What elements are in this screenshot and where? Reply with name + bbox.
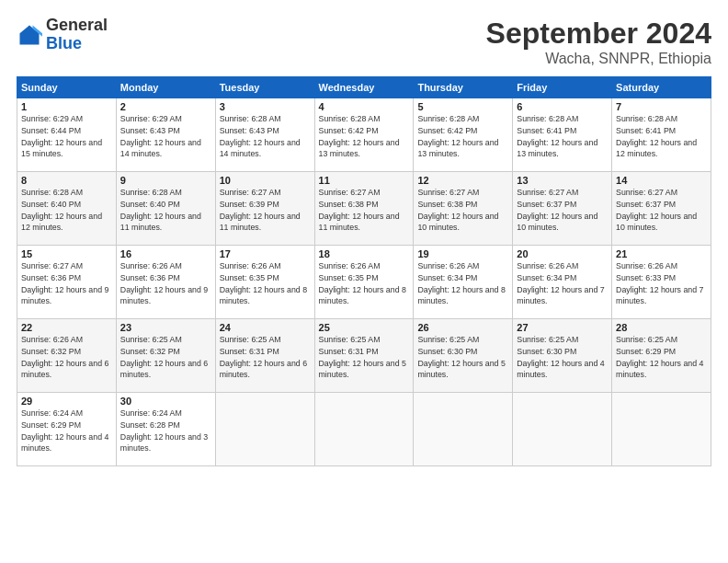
day-number: 16 bbox=[120, 248, 211, 259]
table-row: 15Sunrise: 6:27 AM Sunset: 6:36 PM Dayli… bbox=[17, 246, 117, 319]
header: General Blue September 2024 Wacha, SNNPR… bbox=[17, 17, 711, 67]
calendar-table: Sunday Monday Tuesday Wednesday Thursday… bbox=[17, 76, 711, 466]
table-row: 5Sunrise: 6:28 AM Sunset: 6:42 PM Daylig… bbox=[414, 98, 513, 172]
logo-text-line1: General bbox=[46, 17, 108, 35]
day-number: 10 bbox=[220, 175, 311, 186]
table-row: 22Sunrise: 6:26 AM Sunset: 6:32 PM Dayli… bbox=[17, 319, 117, 393]
day-number: 22 bbox=[21, 322, 112, 333]
col-wednesday: Wednesday bbox=[314, 77, 414, 98]
table-row: 1Sunrise: 6:29 AM Sunset: 6:44 PM Daylig… bbox=[17, 98, 117, 172]
table-row: 14Sunrise: 6:27 AM Sunset: 6:37 PM Dayli… bbox=[612, 172, 711, 246]
day-info: Sunrise: 6:27 AM Sunset: 6:37 PM Dayligh… bbox=[517, 187, 608, 234]
table-row bbox=[314, 393, 414, 466]
day-number: 18 bbox=[319, 248, 410, 259]
day-number: 2 bbox=[120, 101, 211, 112]
day-number: 21 bbox=[616, 248, 707, 259]
week-row-2: 8Sunrise: 6:28 AM Sunset: 6:40 PM Daylig… bbox=[17, 172, 711, 246]
col-friday: Friday bbox=[513, 77, 612, 98]
logo: General Blue bbox=[17, 17, 108, 53]
table-row: 9Sunrise: 6:28 AM Sunset: 6:40 PM Daylig… bbox=[116, 172, 215, 246]
calendar-header-row: Sunday Monday Tuesday Wednesday Thursday… bbox=[17, 77, 711, 98]
day-number: 15 bbox=[21, 248, 112, 259]
page: General Blue September 2024 Wacha, SNNPR… bbox=[0, 0, 728, 563]
day-number: 8 bbox=[21, 175, 112, 186]
day-number: 29 bbox=[21, 396, 112, 407]
col-sunday: Sunday bbox=[17, 77, 117, 98]
day-info: Sunrise: 6:28 AM Sunset: 6:41 PM Dayligh… bbox=[517, 113, 608, 160]
svg-marker-0 bbox=[20, 25, 40, 44]
table-row: 13Sunrise: 6:27 AM Sunset: 6:37 PM Dayli… bbox=[513, 172, 612, 246]
table-row: 18Sunrise: 6:26 AM Sunset: 6:35 PM Dayli… bbox=[314, 246, 414, 319]
day-number: 17 bbox=[220, 248, 311, 259]
day-number: 9 bbox=[120, 175, 211, 186]
day-number: 14 bbox=[616, 175, 707, 186]
day-info: Sunrise: 6:25 AM Sunset: 6:31 PM Dayligh… bbox=[319, 334, 410, 381]
table-row: 3Sunrise: 6:28 AM Sunset: 6:43 PM Daylig… bbox=[215, 98, 314, 172]
day-number: 1 bbox=[21, 101, 112, 112]
day-info: Sunrise: 6:27 AM Sunset: 6:38 PM Dayligh… bbox=[319, 187, 410, 234]
day-number: 28 bbox=[616, 322, 707, 333]
table-row: 4Sunrise: 6:28 AM Sunset: 6:42 PM Daylig… bbox=[314, 98, 414, 172]
day-number: 5 bbox=[417, 101, 508, 112]
day-info: Sunrise: 6:26 AM Sunset: 6:35 PM Dayligh… bbox=[319, 260, 410, 307]
table-row bbox=[215, 393, 314, 466]
location-title: Wacha, SNNPR, Ethiopia bbox=[486, 51, 711, 67]
table-row bbox=[414, 393, 513, 466]
col-tuesday: Tuesday bbox=[215, 77, 314, 98]
table-row bbox=[612, 393, 711, 466]
day-info: Sunrise: 6:28 AM Sunset: 6:42 PM Dayligh… bbox=[417, 113, 508, 160]
table-row: 6Sunrise: 6:28 AM Sunset: 6:41 PM Daylig… bbox=[513, 98, 612, 172]
day-number: 20 bbox=[517, 248, 608, 259]
table-row: 29Sunrise: 6:24 AM Sunset: 6:29 PM Dayli… bbox=[17, 393, 117, 466]
day-number: 24 bbox=[220, 322, 311, 333]
day-info: Sunrise: 6:26 AM Sunset: 6:36 PM Dayligh… bbox=[120, 260, 211, 307]
table-row: 19Sunrise: 6:26 AM Sunset: 6:34 PM Dayli… bbox=[414, 246, 513, 319]
day-info: Sunrise: 6:27 AM Sunset: 6:37 PM Dayligh… bbox=[616, 187, 707, 234]
day-number: 6 bbox=[517, 101, 608, 112]
day-info: Sunrise: 6:28 AM Sunset: 6:42 PM Dayligh… bbox=[319, 113, 410, 160]
day-number: 27 bbox=[517, 322, 608, 333]
table-row: 16Sunrise: 6:26 AM Sunset: 6:36 PM Dayli… bbox=[116, 246, 215, 319]
day-number: 3 bbox=[220, 101, 311, 112]
day-info: Sunrise: 6:25 AM Sunset: 6:29 PM Dayligh… bbox=[616, 334, 707, 381]
table-row: 20Sunrise: 6:26 AM Sunset: 6:34 PM Dayli… bbox=[513, 246, 612, 319]
table-row: 12Sunrise: 6:27 AM Sunset: 6:38 PM Dayli… bbox=[414, 172, 513, 246]
month-title: September 2024 bbox=[486, 17, 711, 51]
day-number: 12 bbox=[417, 175, 508, 186]
title-block: September 2024 Wacha, SNNPR, Ethiopia bbox=[486, 17, 711, 67]
table-row: 28Sunrise: 6:25 AM Sunset: 6:29 PM Dayli… bbox=[612, 319, 711, 393]
table-row bbox=[513, 393, 612, 466]
day-info: Sunrise: 6:25 AM Sunset: 6:32 PM Dayligh… bbox=[120, 334, 211, 381]
day-info: Sunrise: 6:25 AM Sunset: 6:30 PM Dayligh… bbox=[417, 334, 508, 381]
day-info: Sunrise: 6:28 AM Sunset: 6:43 PM Dayligh… bbox=[220, 113, 311, 160]
col-saturday: Saturday bbox=[612, 77, 711, 98]
table-row: 8Sunrise: 6:28 AM Sunset: 6:40 PM Daylig… bbox=[17, 172, 117, 246]
day-info: Sunrise: 6:26 AM Sunset: 6:35 PM Dayligh… bbox=[220, 260, 311, 307]
day-number: 11 bbox=[319, 175, 410, 186]
day-number: 4 bbox=[319, 101, 410, 112]
table-row: 26Sunrise: 6:25 AM Sunset: 6:30 PM Dayli… bbox=[414, 319, 513, 393]
logo-text-line2: Blue bbox=[46, 35, 108, 53]
day-number: 23 bbox=[120, 322, 211, 333]
day-info: Sunrise: 6:28 AM Sunset: 6:41 PM Dayligh… bbox=[616, 113, 707, 160]
day-info: Sunrise: 6:28 AM Sunset: 6:40 PM Dayligh… bbox=[21, 187, 112, 234]
day-info: Sunrise: 6:25 AM Sunset: 6:30 PM Dayligh… bbox=[517, 334, 608, 381]
day-info: Sunrise: 6:29 AM Sunset: 6:43 PM Dayligh… bbox=[120, 113, 211, 160]
table-row: 25Sunrise: 6:25 AM Sunset: 6:31 PM Dayli… bbox=[314, 319, 414, 393]
day-info: Sunrise: 6:24 AM Sunset: 6:28 PM Dayligh… bbox=[120, 408, 211, 454]
table-row: 21Sunrise: 6:26 AM Sunset: 6:33 PM Dayli… bbox=[612, 246, 711, 319]
table-row: 23Sunrise: 6:25 AM Sunset: 6:32 PM Dayli… bbox=[116, 319, 215, 393]
day-info: Sunrise: 6:27 AM Sunset: 6:39 PM Dayligh… bbox=[220, 187, 311, 234]
week-row-3: 15Sunrise: 6:27 AM Sunset: 6:36 PM Dayli… bbox=[17, 246, 711, 319]
col-thursday: Thursday bbox=[414, 77, 513, 98]
week-row-1: 1Sunrise: 6:29 AM Sunset: 6:44 PM Daylig… bbox=[17, 98, 711, 172]
week-row-5: 29Sunrise: 6:24 AM Sunset: 6:29 PM Dayli… bbox=[17, 393, 711, 466]
day-number: 26 bbox=[417, 322, 508, 333]
table-row: 7Sunrise: 6:28 AM Sunset: 6:41 PM Daylig… bbox=[612, 98, 711, 172]
table-row: 10Sunrise: 6:27 AM Sunset: 6:39 PM Dayli… bbox=[215, 172, 314, 246]
day-info: Sunrise: 6:26 AM Sunset: 6:34 PM Dayligh… bbox=[517, 260, 608, 307]
day-info: Sunrise: 6:25 AM Sunset: 6:31 PM Dayligh… bbox=[220, 334, 311, 381]
day-info: Sunrise: 6:26 AM Sunset: 6:32 PM Dayligh… bbox=[21, 334, 112, 381]
day-number: 19 bbox=[417, 248, 508, 259]
table-row: 24Sunrise: 6:25 AM Sunset: 6:31 PM Dayli… bbox=[215, 319, 314, 393]
